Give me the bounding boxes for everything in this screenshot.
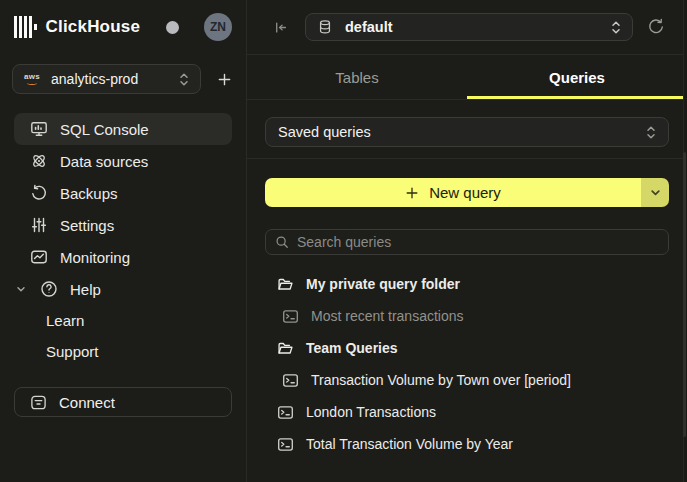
- query-tree: My private query folder Most recent tran…: [247, 268, 687, 460]
- collapse-sidebar-icon[interactable]: [272, 19, 289, 36]
- tree-folder[interactable]: Team Queries: [247, 332, 687, 364]
- folder-open-icon: [277, 340, 294, 357]
- refresh-icon[interactable]: [647, 18, 665, 36]
- query-icon: [277, 404, 294, 421]
- plus-icon: [405, 186, 419, 200]
- tree-item-label: My private query folder: [306, 276, 460, 292]
- sidebar-item-backups[interactable]: Backups: [14, 177, 232, 209]
- tab-queries[interactable]: Queries: [467, 55, 687, 99]
- saved-queries-select-value: Saved queries: [278, 124, 646, 140]
- service-select[interactable]: aws analytics-prod: [12, 64, 201, 94]
- sql-console-icon: [30, 120, 48, 138]
- sidebar-subitem-label: Support: [46, 343, 99, 360]
- sidebar-subitem-label: Learn: [46, 312, 84, 329]
- service-select-value: analytics-prod: [51, 71, 168, 87]
- search-input[interactable]: [297, 234, 659, 250]
- query-icon: [282, 372, 299, 389]
- monitoring-icon: [30, 248, 48, 266]
- aws-icon: aws: [24, 73, 40, 85]
- search-box[interactable]: [265, 229, 669, 255]
- query-icon: [277, 436, 294, 453]
- connect-icon: [30, 394, 47, 411]
- database-icon: [317, 19, 333, 35]
- new-query-row: New query: [247, 159, 687, 207]
- sidebar-item-label: SQL Console: [60, 121, 149, 138]
- tree-item-label: London Transactions: [306, 404, 436, 420]
- clickhouse-logo-icon: [14, 16, 37, 38]
- updown-chevron-icon: [179, 72, 189, 87]
- saved-queries-select[interactable]: Saved queries: [265, 117, 669, 147]
- tree-item-label: Most recent transactions: [311, 308, 464, 324]
- sidebar-item-help[interactable]: Help: [14, 273, 232, 305]
- chevron-down-icon: [16, 280, 26, 298]
- backups-icon: [30, 184, 48, 202]
- sidebar-item-monitoring[interactable]: Monitoring: [14, 241, 232, 273]
- new-query-dropdown[interactable]: [641, 178, 669, 207]
- sidebar: ClickHouse ZN aws analytics-prod SQL Con…: [0, 0, 247, 482]
- sidebar-header: ClickHouse ZN: [0, 0, 246, 54]
- updown-chevron-icon: [611, 20, 621, 35]
- database-select-value: default: [345, 19, 599, 35]
- sidebar-nav: SQL Console Data sources Backups Setting…: [0, 113, 246, 367]
- sidebar-item-label: Monitoring: [60, 249, 130, 266]
- tree-query[interactable]: Total Transaction Volume by Year: [247, 428, 687, 460]
- tree-folder[interactable]: My private query folder: [247, 268, 687, 300]
- new-query-label: New query: [429, 184, 501, 201]
- chevron-down-icon: [650, 187, 661, 198]
- search-icon: [275, 235, 289, 249]
- new-query-button[interactable]: New query: [265, 178, 669, 207]
- connect-button[interactable]: Connect: [14, 387, 232, 417]
- tree-item-label: Team Queries: [306, 340, 398, 356]
- folder-open-icon: [277, 276, 294, 293]
- sidebar-item-support[interactable]: Support: [0, 336, 246, 367]
- tree-query[interactable]: Most recent transactions: [247, 300, 687, 332]
- panel-header: default: [247, 0, 687, 55]
- queries-panel: default Tables Queries Saved queries: [247, 0, 687, 482]
- data-sources-icon: [30, 152, 48, 170]
- sidebar-item-label: Backups: [60, 185, 118, 202]
- sidebar-item-label: Help: [70, 281, 101, 298]
- connect-wrap: Connect: [14, 387, 232, 417]
- database-select[interactable]: default: [305, 13, 633, 41]
- updown-chevron-icon: [646, 125, 656, 140]
- tab-bar: Tables Queries: [247, 55, 687, 100]
- tab-label: Tables: [335, 69, 378, 86]
- saved-queries-row: Saved queries: [247, 100, 687, 159]
- search-row: [247, 207, 687, 255]
- sidebar-item-label: Settings: [60, 217, 114, 234]
- connect-button-label: Connect: [59, 394, 115, 411]
- tab-label: Queries: [549, 69, 605, 86]
- sidebar-item-settings[interactable]: Settings: [14, 209, 232, 241]
- tree-item-label: Transaction Volume by Town over [period]: [311, 372, 571, 388]
- settings-icon: [30, 216, 48, 234]
- avatar[interactable]: ZN: [204, 13, 232, 41]
- status-dot: [166, 21, 179, 34]
- service-row: aws analytics-prod: [0, 54, 246, 94]
- add-service-button[interactable]: [217, 72, 232, 87]
- sidebar-item-label: Data sources: [60, 153, 148, 170]
- scrollbar-thumb[interactable]: [683, 152, 686, 437]
- tab-tables[interactable]: Tables: [247, 55, 467, 99]
- tree-item-label: Total Transaction Volume by Year: [306, 436, 513, 452]
- tree-query[interactable]: Transaction Volume by Town over [period]: [247, 364, 687, 396]
- tree-query[interactable]: London Transactions: [247, 396, 687, 428]
- sidebar-item-sql-console[interactable]: SQL Console: [14, 113, 232, 145]
- new-query-main[interactable]: New query: [265, 178, 641, 207]
- query-icon: [282, 308, 299, 325]
- help-icon: [40, 280, 58, 298]
- sidebar-item-learn[interactable]: Learn: [0, 305, 246, 336]
- sidebar-item-data-sources[interactable]: Data sources: [14, 145, 232, 177]
- app-title: ClickHouse: [46, 17, 141, 37]
